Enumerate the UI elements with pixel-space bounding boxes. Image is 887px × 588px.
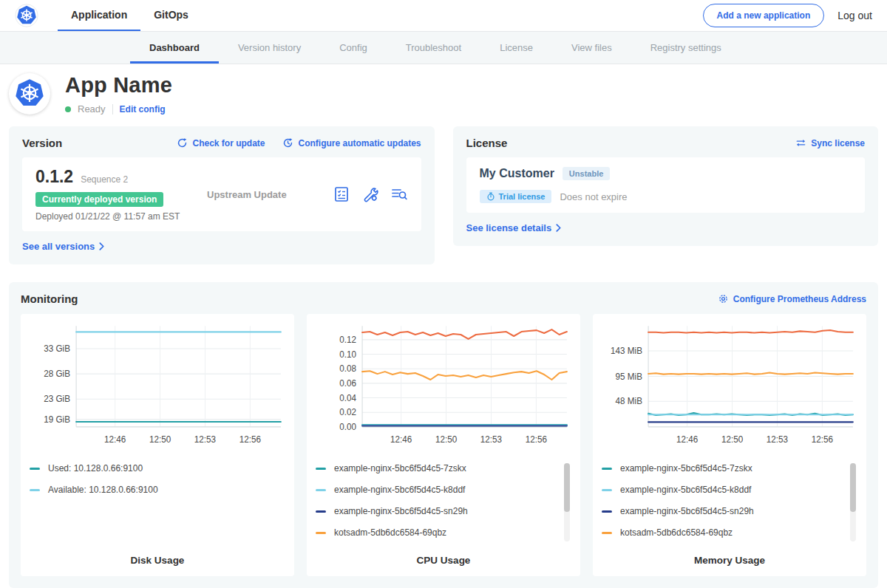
- legend-swatch: [316, 510, 326, 513]
- memory-usage-legend: example-nginx-5bc6f5d4c5-7zskxexample-ng…: [602, 463, 857, 549]
- app-header: App Name Ready Edit config: [0, 64, 887, 122]
- sync-arrows-icon: [795, 137, 806, 148]
- tab-config[interactable]: Config: [320, 32, 387, 64]
- svg-text:0.00: 0.00: [339, 422, 356, 432]
- log-out-link[interactable]: Log out: [837, 10, 872, 21]
- tab-dashboard[interactable]: Dashboard: [130, 32, 219, 64]
- channel-badge: Unstable: [563, 167, 610, 180]
- memory-usage-chart-card: 143 MiB95 MiB48 MiB12:4612:5012:5312:56 …: [593, 314, 866, 576]
- legend-swatch: [316, 468, 326, 470]
- svg-text:12:56: 12:56: [812, 434, 834, 444]
- tab-license[interactable]: License: [480, 32, 552, 64]
- version-card-title: Version: [22, 137, 62, 149]
- legend-item: kotsadm-5db6dc6584-69qbz: [602, 527, 844, 538]
- version-number: 0.1.2: [35, 167, 73, 187]
- divider: [112, 104, 113, 114]
- svg-text:0.08: 0.08: [339, 363, 356, 374]
- legend-item: Available: 10.128.0.66:9100: [30, 485, 272, 495]
- svg-text:12:46: 12:46: [390, 434, 412, 444]
- legend-item: example-nginx-5bc6f5d4c5-sn29h: [602, 506, 844, 516]
- expiry-text: Does not expire: [560, 191, 627, 202]
- chevron-right-icon: [554, 224, 563, 232]
- customer-name: My Customer: [480, 167, 554, 180]
- top-tab-gitops[interactable]: GitOps: [140, 0, 202, 31]
- svg-text:12:50: 12:50: [149, 434, 171, 444]
- legend-swatch: [30, 489, 40, 491]
- see-license-details-link[interactable]: See license details: [466, 222, 563, 233]
- svg-text:0.10: 0.10: [339, 349, 356, 360]
- svg-text:12:46: 12:46: [104, 434, 126, 444]
- ready-status-dot: [65, 106, 71, 112]
- svg-text:12:56: 12:56: [526, 434, 548, 444]
- legend-item: example-nginx-5bc6f5d4c5-sn29h: [316, 506, 558, 516]
- legend-item: kotsadm-5db6dc6584-69qbz: [316, 527, 558, 538]
- version-card: Version Check for update Configure au: [9, 126, 435, 264]
- gear-icon: [718, 293, 729, 304]
- app-sub-nav: Dashboard Version history Config Trouble…: [0, 32, 887, 64]
- legend-item: example-nginx-5bc6f5d4c5-7zskx: [602, 463, 844, 474]
- svg-text:12:53: 12:53: [767, 434, 789, 444]
- stopwatch-icon: [486, 192, 495, 201]
- license-card: License Sync license My Customer Unstabl…: [453, 126, 879, 246]
- edit-config-link[interactable]: Edit config: [120, 104, 166, 114]
- trial-license-badge: Trial license: [480, 190, 552, 203]
- legend-scrollbar[interactable]: [850, 463, 856, 541]
- legend-swatch: [602, 532, 612, 534]
- svg-text:48 MiB: 48 MiB: [616, 396, 643, 406]
- svg-text:12:50: 12:50: [435, 434, 458, 444]
- legend-item: example-nginx-5bc6f5d4c5-7zskx: [316, 463, 558, 474]
- license-card-title: License: [466, 137, 508, 149]
- legend-label: example-nginx-5bc6f5d4c5-sn29h: [334, 506, 468, 516]
- check-for-update-link[interactable]: Check for update: [177, 137, 265, 148]
- release-notes-icon[interactable]: [333, 185, 350, 203]
- legend-label: kotsadm-5db6dc6584-69qbz: [334, 527, 446, 538]
- monitoring-card: Monitoring Configure Prometheus Address …: [9, 282, 878, 588]
- legend-swatch: [602, 510, 612, 513]
- legend-item: Used: 10.128.0.66:9100: [30, 463, 272, 474]
- top-tab-application[interactable]: Application: [58, 0, 140, 31]
- disk-usage-title: Disk Usage: [30, 549, 285, 566]
- legend-scrollbar-thumb[interactable]: [850, 463, 856, 512]
- tab-registry-settings[interactable]: Registry settings: [631, 32, 741, 64]
- svg-text:12:46: 12:46: [676, 434, 699, 444]
- svg-text:0.12: 0.12: [339, 335, 356, 345]
- status-text: Ready: [78, 103, 106, 114]
- license-summary-row: My Customer Unstable Trial license Does …: [466, 157, 866, 213]
- top-nav: Application GitOps Add a new application…: [0, 0, 887, 32]
- cpu-usage-legend: example-nginx-5bc6f5d4c5-7zskxexample-ng…: [316, 463, 571, 549]
- tab-version-history[interactable]: Version history: [219, 32, 320, 64]
- legend-scrollbar-thumb[interactable]: [564, 463, 570, 512]
- svg-text:12:50: 12:50: [721, 434, 744, 444]
- legend-swatch: [602, 468, 612, 470]
- view-files-diff-icon[interactable]: [390, 185, 408, 203]
- configure-automatic-updates-link[interactable]: Configure automatic updates: [282, 137, 421, 148]
- legend-label: example-nginx-5bc6f5d4c5-k8ddf: [334, 485, 465, 495]
- add-new-application-button[interactable]: Add a new application: [703, 4, 825, 27]
- configure-prometheus-link[interactable]: Configure Prometheus Address: [718, 293, 866, 304]
- legend-scrollbar[interactable]: [564, 463, 570, 541]
- svg-text:12:53: 12:53: [480, 434, 503, 444]
- cpu-usage-title: CPU Usage: [316, 549, 571, 566]
- svg-text:12:53: 12:53: [194, 434, 217, 444]
- svg-text:0.06: 0.06: [339, 378, 356, 389]
- svg-text:23 GiB: 23 GiB: [44, 394, 70, 404]
- legend-item: example-nginx-5bc6f5d4c5-k8ddf: [316, 485, 558, 495]
- version-sequence: Sequence 2: [81, 174, 128, 185]
- svg-text:12:56: 12:56: [239, 434, 262, 444]
- legend-label: example-nginx-5bc6f5d4c5-sn29h: [620, 506, 754, 516]
- tab-troubleshoot[interactable]: Troubleshoot: [387, 32, 480, 64]
- cpu-usage-plot: 0.120.100.080.060.040.020.0012:4612:5012…: [316, 321, 571, 451]
- sync-license-link[interactable]: Sync license: [795, 137, 865, 148]
- config-wrench-icon[interactable]: [361, 185, 379, 203]
- svg-text:19 GiB: 19 GiB: [44, 414, 70, 425]
- monitoring-title: Monitoring: [21, 293, 78, 305]
- see-all-versions-link[interactable]: See all versions: [22, 241, 106, 252]
- top-tabs: Application GitOps: [58, 0, 202, 31]
- memory-usage-plot: 143 MiB95 MiB48 MiB12:4612:5012:5312:56: [602, 321, 857, 451]
- deployed-timestamp: Deployed 01/21/22 @ 11:57 am EST: [35, 211, 207, 222]
- version-source-label: Upstream Update: [207, 189, 333, 200]
- svg-text:95 MiB: 95 MiB: [616, 372, 643, 382]
- tab-view-files[interactable]: View files: [552, 32, 631, 64]
- legend-label: example-nginx-5bc6f5d4c5-7zskx: [620, 463, 752, 474]
- svg-text:33 GiB: 33 GiB: [44, 343, 70, 354]
